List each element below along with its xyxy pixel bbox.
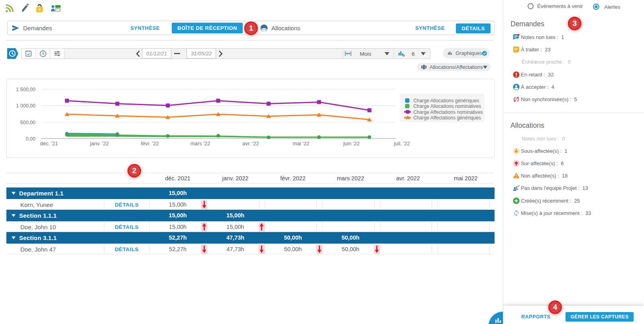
svg-text:1 000,00: 1 000,00 — [16, 103, 35, 109]
svg-text:Charge Allocations génériques: Charge Allocations génériques — [413, 98, 479, 103]
svg-text:#: # — [403, 54, 405, 57]
svg-text:avr. '22: avr. '22 — [242, 141, 259, 146]
svg-text:janv. '22: janv. '22 — [90, 141, 109, 146]
svg-text:Charge Affectations génériques: Charge Affectations génériques — [413, 115, 481, 121]
svg-text:déc. '21: déc. '21 — [40, 141, 58, 146]
svg-text:juil. '22: juil. '22 — [393, 141, 410, 146]
svg-text:0,00: 0,00 — [26, 136, 35, 142]
svg-text:mai '22: mai '22 — [293, 141, 310, 146]
svg-text:500,00: 500,00 — [20, 120, 35, 125]
svg-text:Charge Affectations nominative: Charge Affectations nominatives — [413, 109, 483, 115]
svg-text:juin '22: juin '22 — [343, 141, 360, 146]
svg-text:1 500,00: 1 500,00 — [16, 87, 35, 92]
svg-text:mars '22: mars '22 — [190, 141, 210, 146]
svg-text:févr. '22: févr. '22 — [141, 141, 159, 146]
svg-text:Charge Allocations nominatives: Charge Allocations nominatives — [413, 103, 481, 109]
